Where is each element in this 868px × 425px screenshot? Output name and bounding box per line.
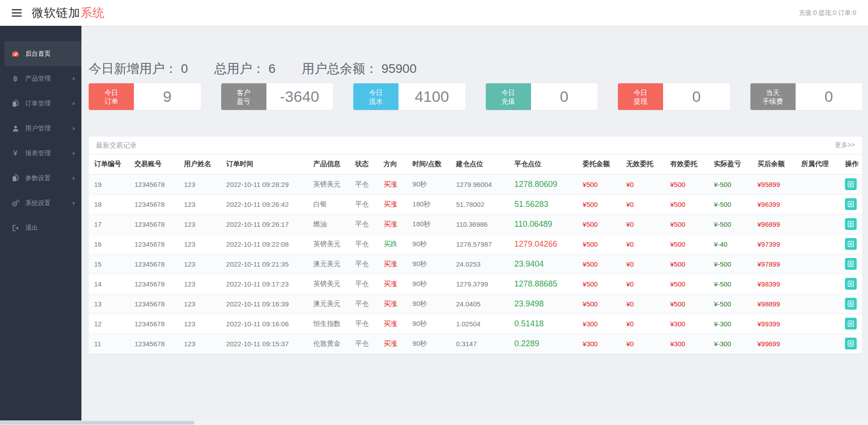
row-detail-button[interactable] (845, 178, 857, 190)
cell-profit: ¥-300 (708, 314, 752, 334)
row-detail-button[interactable] (845, 278, 857, 290)
cell-account: 12345678 (129, 214, 179, 234)
sidebar-item-report[interactable]: ¥报表管理 (0, 141, 81, 166)
cell-account: 12345678 (129, 294, 179, 314)
row-detail-button[interactable] (845, 218, 857, 230)
column-header-profit: 实际盈亏 (708, 154, 752, 174)
cell-id: 18 (89, 194, 129, 214)
cell-product: 英镑美元 (308, 234, 350, 254)
summary-label: 今日新增用户： (89, 60, 177, 77)
cell-profit: ¥-500 (708, 274, 752, 294)
cell-balance: ¥95899 (752, 174, 796, 194)
files-icon (10, 100, 21, 107)
cell-status: 平仓 (350, 174, 378, 194)
horizontal-scrollbar[interactable] (0, 420, 868, 425)
cell-duration: 90秒 (407, 254, 451, 274)
cell-open: 110.36986 (451, 214, 509, 234)
cell-direction: 买涨 (378, 334, 407, 353)
cell-name: 123 (179, 294, 221, 314)
table-row: 14123456781232022-10-11 09:17:23英镑美元平仓买涨… (89, 274, 862, 294)
stat-card: 今日流水4100 (353, 83, 465, 110)
cell-close: 0.2289 (509, 334, 577, 353)
cell-open: 1.02504 (451, 314, 509, 334)
stat-card-value: 9 (134, 83, 201, 110)
row-detail-button[interactable] (845, 198, 857, 210)
sidebar-item-system[interactable]: 系统设置 (0, 191, 81, 215)
cell-op (840, 234, 862, 254)
cell-op (840, 334, 862, 353)
sidebar-item-order[interactable]: 订单管理 (0, 91, 81, 116)
table-row: 18123456781232022-10-11 09:26:42白银平仓买涨18… (89, 194, 862, 214)
cell-profit: ¥-500 (708, 254, 752, 274)
sidebar-item-product[interactable]: ฿产品管理 (0, 66, 81, 91)
more-link[interactable]: 更多>> (835, 141, 855, 149)
row-detail-button[interactable] (845, 318, 857, 329)
main-content: 今日新增用户：0总用户：6用户总余额：95900 今日订单9客户盈亏-3640今… (81, 26, 868, 420)
trades-panel: 最新交易记录 更多>> 订单编号交易账号用户姓名订单时间产品信息状态方向时间/点… (89, 137, 862, 354)
cell-profit: ¥-500 (708, 174, 752, 194)
sidebar-item-params[interactable]: 参数设置 (0, 166, 81, 191)
row-detail-button[interactable] (845, 238, 857, 250)
summary-item: 总用户：6 (214, 60, 276, 77)
sidebar-item-label: 参数设置 (25, 174, 51, 182)
cell-balance: ¥98899 (752, 294, 796, 314)
cell-account: 12345678 (129, 254, 179, 274)
gears-icon (10, 199, 21, 207)
table-row: 11123456781232022-10-11 09:15:37伦敦黄金平仓买涨… (89, 334, 862, 353)
column-header-agent: 所属代理 (796, 154, 840, 174)
cell-agent (796, 294, 840, 314)
cell-time: 2022-10-11 09:22:08 (221, 234, 308, 254)
row-detail-button[interactable] (845, 258, 857, 270)
column-header-duration: 时间/点数 (407, 154, 451, 174)
sidebar: 后台首页฿产品管理订单管理用户管理¥报表管理参数设置系统设置退出 (0, 26, 81, 420)
stat-card-label: 客户盈亏 (221, 83, 266, 110)
cell-valid: ¥500 (665, 174, 708, 194)
cell-product: 伦敦黄金 (308, 334, 350, 353)
scrollbar-thumb[interactable] (0, 421, 194, 425)
column-header-valid: 有效委托 (665, 154, 708, 174)
stat-card: 客户盈亏-3640 (221, 83, 333, 110)
cell-name: 123 (179, 314, 221, 334)
cell-id: 19 (89, 174, 129, 194)
cell-op (840, 194, 862, 214)
cell-time: 2022-10-11 09:15:37 (221, 334, 308, 353)
cell-amount: ¥300 (577, 314, 621, 334)
cell-direction: 买涨 (378, 314, 407, 334)
row-detail-button[interactable] (845, 338, 857, 349)
cell-close: 23.9498 (509, 294, 577, 314)
summary-value: 95900 (381, 62, 417, 76)
cell-duration: 180秒 (407, 194, 451, 214)
cell-id: 12 (89, 314, 129, 334)
cell-op (840, 294, 862, 314)
cell-status: 平仓 (350, 314, 378, 334)
cell-profit: ¥-40 (708, 234, 752, 254)
cell-account: 12345678 (129, 194, 179, 214)
summary-value: 0 (181, 62, 188, 76)
cell-balance: ¥97399 (752, 234, 796, 254)
row-detail-button[interactable] (845, 298, 857, 310)
cell-valid: ¥500 (665, 274, 708, 294)
sidebar-item-label: 订单管理 (25, 100, 51, 108)
panel-title: 最新交易记录 (96, 141, 137, 150)
stat-card-value: 0 (796, 83, 863, 110)
cell-account: 12345678 (129, 234, 179, 254)
cell-profit: ¥-500 (708, 214, 752, 234)
sidebar-item-user[interactable]: 用户管理 (0, 116, 81, 141)
cell-balance: ¥96899 (752, 214, 796, 234)
cell-product: 澳元美元 (308, 294, 350, 314)
cell-amount: ¥300 (577, 334, 621, 353)
cell-name: 123 (179, 334, 221, 353)
header-counters: 充值:0 提现:0 订单:0 (799, 9, 856, 17)
menu-toggle-icon[interactable] (12, 9, 22, 17)
sidebar-item-home[interactable]: 后台首页 (5, 41, 81, 66)
cell-close: 1279.04266 (509, 234, 577, 254)
sidebar-menu: 后台首页฿产品管理订单管理用户管理¥报表管理参数设置系统设置退出 (0, 41, 81, 240)
sidebar-item-logout[interactable]: 退出 (0, 215, 81, 240)
sidebar-item-label: 产品管理 (25, 75, 51, 83)
summary-label: 总用户： (214, 60, 265, 77)
cell-balance: ¥98399 (752, 274, 796, 294)
cell-agent (796, 194, 840, 214)
cell-valid: ¥500 (665, 254, 708, 274)
cell-duration: 90秒 (407, 334, 451, 353)
cell-time: 2022-10-11 09:21:35 (221, 254, 308, 274)
